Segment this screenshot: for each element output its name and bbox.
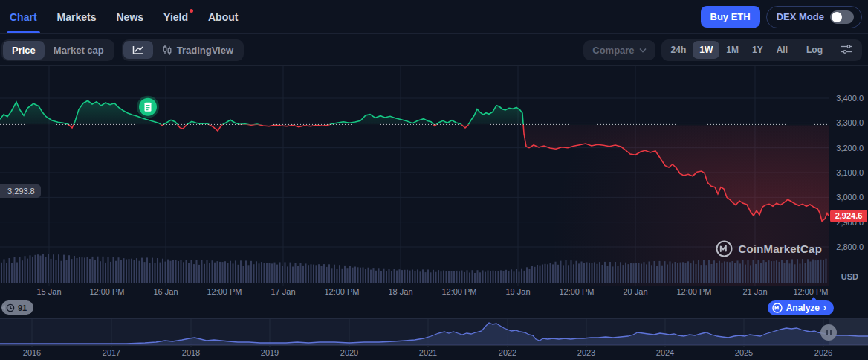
price-axis-label: 3,300.0 (836, 118, 864, 127)
tab-about[interactable]: About (208, 0, 238, 33)
baseline-price-tag: 3,293.8 (0, 184, 41, 198)
year-axis-label: 2020 (340, 348, 358, 357)
price-axis-label: 3,000.0 (836, 193, 864, 202)
tab-markets-label: Markets (57, 11, 97, 23)
history-minimap[interactable] (0, 318, 868, 346)
time-axis-label: 12:00 PM (441, 287, 476, 296)
log-scale-button[interactable]: Log (800, 41, 829, 59)
coinmarketcap-logo-icon (716, 240, 733, 257)
candlestick-icon (162, 45, 172, 56)
dex-mode-label: DEX Mode (777, 11, 824, 22)
line-chart-icon (132, 45, 144, 55)
compare-label: Compare (592, 45, 634, 56)
last-price-tag: 2,924.6 (830, 210, 867, 222)
tradingview-label: TradingView (177, 45, 233, 56)
page-header: Chart Markets News Yield About Buy ETH D… (0, 0, 868, 34)
year-axis-label: 2018 (182, 348, 200, 357)
price-axis-label: 3,100.0 (836, 168, 864, 177)
tab-news[interactable]: News (116, 0, 143, 33)
minimap-brush-handle[interactable] (820, 324, 837, 341)
time-axis-label: 20 Jan (623, 287, 647, 296)
range-1w[interactable]: 1W (693, 41, 719, 59)
toolbar-right: Compare 24h 1W 1M 1Y All Log (583, 39, 862, 61)
year-axis-label: 2019 (261, 348, 279, 357)
clock-history-icon (6, 303, 15, 312)
tab-news-label: News (116, 11, 143, 23)
time-axis-label: 12:00 PM (207, 287, 242, 296)
toggle-knob (832, 12, 842, 22)
price-chart-canvas[interactable] (0, 66, 829, 286)
time-axis-label: 12:00 PM (324, 287, 359, 296)
chevron-down-icon (639, 48, 647, 53)
price-axis-label: 3,400.0 (836, 94, 864, 103)
tab-chart[interactable]: Chart (10, 0, 37, 33)
time-axis-label: 19 Jan (505, 287, 530, 296)
chart-footer-row: 91 Analyze › (0, 300, 868, 318)
year-axis-label: 2016 (23, 348, 41, 357)
page-tabs: Chart Markets News Yield About (10, 0, 238, 33)
tab-yield[interactable]: Yield (163, 0, 188, 33)
time-axis-label: 12:00 PM (89, 287, 124, 296)
range-selector: 24h 1W 1M 1Y All Log (661, 39, 862, 61)
year-axis-label: 2024 (656, 348, 674, 357)
divider (797, 45, 797, 55)
tab-chart-label: Chart (10, 11, 37, 23)
price-tab[interactable]: Price (3, 41, 45, 60)
news-marker-icon[interactable] (137, 96, 159, 118)
coinmarketcap-watermark: CoinMarketCap (716, 240, 822, 257)
time-axis-label: 21 Jan (742, 287, 767, 296)
dex-mode-toggle[interactable] (830, 10, 854, 24)
chevron-right-icon: › (823, 303, 826, 313)
line-chart-button[interactable] (123, 41, 153, 59)
analyze-button[interactable]: Analyze › (768, 300, 834, 315)
time-axis-label: 12:00 PM (793, 287, 828, 296)
year-axis-label: 2025 (735, 348, 753, 357)
time-axis-label: 12:00 PM (676, 287, 711, 296)
price-axis-label: 2,800.0 (836, 242, 864, 251)
metric-segmented-control: Price Market cap (1, 39, 114, 61)
time-axis-label: 17 Jan (271, 287, 295, 296)
year-axis-label: 2021 (419, 348, 437, 357)
tab-yield-label: Yield (163, 11, 188, 23)
market-cap-tab[interactable]: Market cap (45, 41, 113, 60)
compare-button[interactable]: Compare (583, 40, 655, 60)
history-count: 91 (18, 303, 27, 312)
tab-about-label: About (208, 11, 238, 23)
time-axis[interactable]: 15 Jan12:00 PM16 Jan12:00 PM17 Jan12:00 … (0, 286, 868, 300)
range-24h[interactable]: 24h (664, 41, 693, 59)
time-axis-label: 16 Jan (153, 287, 178, 296)
currency-label: USD (841, 272, 858, 281)
year-axis-label: 2023 (577, 348, 595, 357)
chart-toolbar: Price Market cap TradingView Compare 24h… (0, 34, 868, 65)
analyze-logo-icon (772, 303, 783, 313)
chart-settings-button[interactable] (835, 41, 859, 60)
range-1m[interactable]: 1M (719, 41, 745, 59)
year-axis-label: 2026 (814, 348, 832, 357)
price-axis-label: 3,200.0 (836, 144, 864, 152)
price-axis[interactable]: 3,400.03,300.03,200.03,100.03,000.02,900… (829, 66, 868, 286)
minimap-canvas[interactable] (0, 319, 868, 347)
buy-eth-button[interactable]: Buy ETH (701, 6, 760, 28)
time-axis-label: 15 Jan (36, 287, 61, 296)
tradingview-button[interactable]: TradingView (153, 41, 242, 60)
coinmarketcap-chart-page: Chart Markets News Yield About Buy ETH D… (0, 0, 868, 360)
dex-mode-control[interactable]: DEX Mode (766, 6, 862, 28)
range-all[interactable]: All (770, 41, 794, 59)
tab-markets[interactable]: Markets (57, 0, 97, 33)
minimap-year-axis: 2016201720182019202020212022202320242025… (0, 346, 868, 359)
price-chart-pane: 3,400.03,300.03,200.03,100.03,000.02,900… (0, 65, 868, 286)
sliders-icon (841, 45, 852, 54)
range-1y[interactable]: 1Y (745, 41, 770, 59)
year-axis-label: 2022 (499, 348, 516, 357)
time-axis-label: 18 Jan (388, 287, 412, 296)
analyze-label: Analyze (786, 303, 820, 313)
notification-dot (190, 9, 193, 13)
time-axis-label: 12:00 PM (559, 287, 594, 296)
history-events-badge[interactable]: 91 (1, 300, 33, 315)
divider (832, 45, 832, 55)
chart-type-control: TradingView (122, 39, 244, 61)
header-actions: Buy ETH DEX Mode (701, 6, 862, 28)
year-axis-label: 2017 (103, 348, 120, 357)
watermark-text: CoinMarketCap (738, 242, 822, 255)
